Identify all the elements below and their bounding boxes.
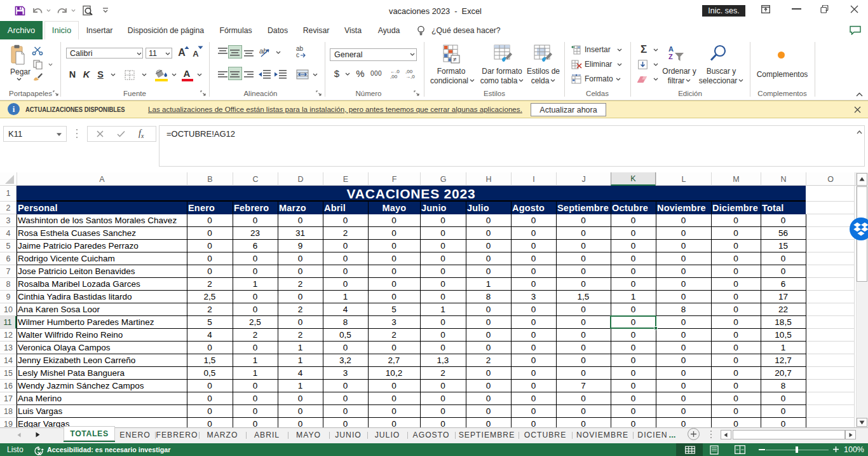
svg-text:A: A xyxy=(668,45,674,53)
svg-text:≠: ≠ xyxy=(453,56,457,63)
svg-text:→,0: →,0 xyxy=(405,74,415,79)
svg-text:,00: ,00 xyxy=(390,74,398,79)
svg-text:ab: ab xyxy=(259,47,267,55)
svg-text:c: c xyxy=(296,52,299,59)
svg-text:Z: Z xyxy=(668,53,673,60)
